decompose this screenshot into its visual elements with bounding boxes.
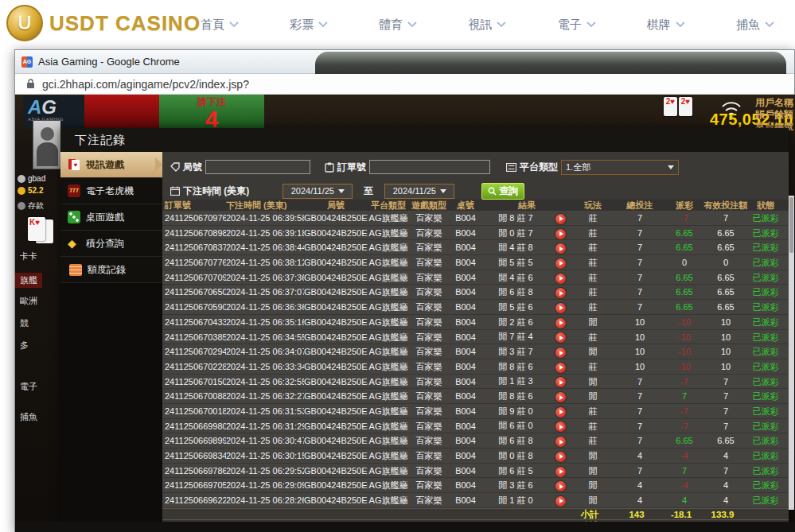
cell-result: 閒 4 莊 8	[482, 240, 571, 254]
cell-valid-bet: 0	[703, 255, 748, 270]
sidebar-tab[interactable]: 積分查詢	[60, 231, 162, 257]
sidebar-tab[interactable]: 視訊遊戲	[60, 152, 162, 178]
table-row: 2411250670150292024-11-25 06:32:55GB0042…	[162, 375, 789, 390]
search-button[interactable]: 查詢	[481, 183, 524, 200]
chevron-down-icon	[407, 21, 417, 28]
cell-round: GB00424B250EN	[304, 315, 368, 329]
play-video-icon[interactable]	[555, 243, 566, 254]
cell-play-type: 閒	[571, 344, 614, 359]
nav-item[interactable]: 首頁	[201, 17, 239, 33]
browser-urlbar[interactable]: gci.2hhapi.com/agingame/pcv2/index.jsp?	[15, 74, 794, 95]
play-video-icon[interactable]	[555, 496, 566, 507]
order-label: 訂單號	[325, 161, 366, 174]
cell-platform: AG旗艦廳	[368, 330, 409, 344]
platform-select[interactable]: 1.全部	[561, 160, 679, 175]
cell-round: GB00424B250EB	[304, 493, 368, 507]
cell-round: GB00424B250EJ	[304, 375, 368, 389]
play-video-icon[interactable]	[555, 318, 566, 328]
lobby-menu-item[interactable]: 競	[20, 317, 29, 329]
play-video-icon[interactable]	[555, 363, 566, 373]
cell-result: 閒 3 莊 7	[482, 344, 571, 359]
play-video-icon[interactable]	[555, 348, 566, 358]
cell-time: 2024-11-25 06:33:34	[226, 359, 304, 374]
play-video-icon[interactable]	[555, 407, 566, 417]
nav-item[interactable]: 體育	[379, 17, 417, 33]
result-text: 閒 6 莊 8	[482, 433, 549, 448]
table-header-row: 訂單號下注時間 (美東)局號平台類型遊戲類型桌號結果玩法總投注派彩有效投注額狀態	[162, 200, 789, 211]
lobby-menu-item[interactable]: 卡卡	[20, 250, 37, 262]
play-video-icon[interactable]	[555, 467, 566, 477]
play-video-icon[interactable]	[555, 214, 566, 224]
nav-item[interactable]: 電子	[558, 17, 596, 33]
column-header: 遊戲類型	[409, 200, 449, 211]
nav-item[interactable]: 捕魚	[736, 17, 774, 33]
play-video-icon[interactable]	[555, 288, 566, 298]
play-video-icon[interactable]	[555, 274, 566, 284]
result-text: 閒 5 莊 5	[482, 255, 549, 270]
cell-round: GB00424B250EG	[304, 419, 368, 433]
play-video-icon[interactable]	[555, 377, 566, 387]
cell-game: 百家樂	[409, 404, 449, 418]
cell-total-bet: 7	[614, 433, 665, 448]
cell-total-bet: 7	[614, 300, 665, 314]
play-video-icon[interactable]	[555, 303, 566, 313]
doc-icon	[69, 264, 82, 276]
table-row: 2411250670294442024-11-25 06:34:07GB0042…	[162, 344, 789, 359]
sidebar-tab[interactable]: 電子老虎機	[60, 178, 162, 204]
play-video-icon[interactable]	[555, 258, 566, 269]
cell-time: 2024-11-25 06:29:09	[226, 478, 304, 492]
to-label: 至	[364, 184, 373, 198]
table-row: 2411250669834442024-11-25 06:30:15GB0042…	[162, 449, 789, 464]
username-row: gbad	[18, 174, 45, 183]
sum-bet: 143	[611, 509, 662, 519]
cell-table-no: B004	[449, 330, 482, 344]
cell-total-bet: 7	[614, 240, 665, 254]
play-video-icon[interactable]	[555, 332, 566, 343]
cell-time: 2024-11-25 06:38:12	[226, 255, 304, 270]
sidebar-tab[interactable]: 額度記錄	[60, 257, 162, 283]
list-icon	[506, 163, 516, 172]
deposit-button[interactable]: 存款	[18, 200, 44, 212]
play-video-icon[interactable]	[555, 421, 566, 432]
play-video-icon[interactable]	[555, 452, 566, 462]
lobby-menu-item[interactable]: 捕魚	[20, 411, 37, 423]
cell-result: 閒 8 莊 7	[482, 211, 571, 225]
cell-game: 百家樂	[409, 433, 449, 448]
cell-status: 已派彩	[748, 478, 783, 492]
cell-platform: AG旗艦廳	[368, 211, 409, 225]
modal-sidebar: 視訊遊戲 電子老虎機 桌面遊戲 積分查詢 額度記錄	[60, 152, 162, 530]
site-logo: U USDT CASINO	[6, 5, 201, 41]
cell-order: 241125067065039	[162, 285, 226, 299]
play-video-icon[interactable]	[555, 481, 566, 491]
order-input[interactable]	[369, 160, 490, 174]
cell-payout: -10	[665, 315, 703, 329]
browser-window: AG Asia Gaming - Google Chrome gci.2hhap…	[14, 49, 795, 532]
nav-item[interactable]: 視訊	[468, 17, 506, 33]
cell-valid-bet: 6.65	[703, 270, 748, 285]
lobby-menu-item[interactable]: 多	[20, 340, 29, 351]
cell-game: 百家樂	[409, 344, 449, 359]
lobby-menu-item[interactable]: 電子	[20, 381, 37, 393]
deposit-icon	[18, 202, 25, 210]
lobby-menu-item[interactable]: 歐洲	[20, 295, 37, 307]
sum-valid: 133.9	[700, 509, 745, 519]
lobby-menu-item[interactable]: 旗艦	[15, 273, 42, 288]
cell-round: GB00424B250EK	[304, 359, 368, 374]
play-video-icon[interactable]	[555, 392, 566, 402]
round-input[interactable]	[205, 160, 310, 174]
sidebar-tab-label: 視訊遊戲	[86, 158, 124, 172]
sidebar-tab[interactable]: 桌面遊戲	[60, 204, 162, 231]
date-from-select[interactable]: 2024/11/25	[283, 184, 353, 199]
scrollbar-thumb[interactable]	[789, 197, 793, 253]
scrollbar[interactable]	[789, 196, 794, 510]
cell-status: 已派彩	[748, 255, 783, 270]
round-label: 局號	[170, 161, 202, 174]
play-video-icon[interactable]	[555, 229, 566, 239]
browser-titlebar[interactable]: AG Asia Gaming - Google Chrome	[15, 50, 794, 74]
slot-icon	[68, 184, 80, 197]
cell-order: 241125066962208	[162, 493, 226, 507]
nav-item[interactable]: 棋牌	[647, 17, 685, 33]
play-video-icon[interactable]	[555, 437, 566, 447]
nav-item[interactable]: 彩票	[290, 17, 328, 33]
date-to-select[interactable]: 2024/11/25	[384, 184, 454, 199]
